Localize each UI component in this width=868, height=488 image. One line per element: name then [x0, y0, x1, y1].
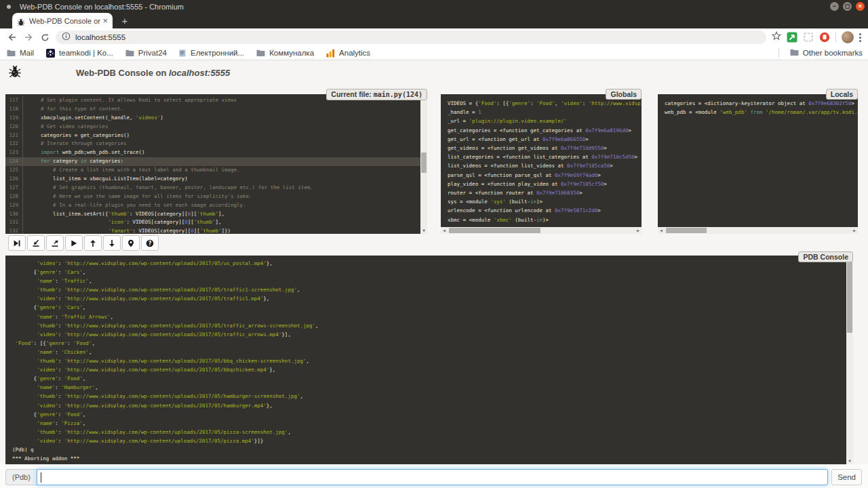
window-title: Web-PDB Console on localhost:5555 - Chro…	[20, 3, 184, 11]
arrow-up-icon	[89, 239, 97, 247]
toolbar-separator	[835, 33, 836, 42]
bookmark-item[interactable]: Analytics	[326, 49, 370, 58]
locals-scrollbar[interactable]: ◀ ▶	[658, 227, 858, 234]
browser-tab[interactable]: Web-PDB Console on loca ×	[12, 13, 113, 28]
bug-favicon-icon	[17, 17, 25, 25]
scroll-right-icon[interactable]: ▶	[851, 227, 858, 234]
output-line: 'video': 'http://www.vidsplay.com/wp-con…	[12, 259, 846, 268]
locals-panel: Locals categories = <dictionary-keyitera…	[658, 89, 858, 234]
play-icon	[70, 239, 78, 247]
code-line-119: 119 xbmcplugin.setContent(_handle, 'vide…	[5, 114, 427, 123]
line-number: 131	[5, 218, 23, 227]
where-button[interactable]	[122, 235, 140, 251]
bookmark-label: Mail	[20, 49, 34, 57]
profile-avatar[interactable]	[842, 31, 854, 43]
output-line: 'video': 'http://www.vidsplay.com/wp-con…	[12, 330, 846, 339]
line-number: 129	[5, 201, 23, 210]
output-line: 'thumb': 'http://www.vidsplay.com/wp-con…	[12, 357, 846, 365]
tab-close-icon[interactable]: ×	[102, 16, 108, 25]
bookmark-item[interactable]: Коммуналка	[256, 49, 314, 57]
globals-scrollbar-thumb[interactable]	[449, 228, 540, 233]
bookmarks-bar: Mailteamkodi | Ko...Privat24Електронний.…	[0, 46, 868, 60]
code-scrollbar-thumb[interactable]	[421, 152, 427, 173]
current-file-name: main.py(124)	[374, 91, 422, 98]
close-button[interactable]: ×	[856, 2, 865, 11]
folder-icon	[790, 49, 799, 58]
bookmark-label: Коммуналка	[269, 49, 314, 57]
output-line: web_pdb = <module 'web_pdb' from '/home/…	[665, 108, 851, 117]
minimize-button[interactable]: −	[830, 2, 839, 11]
code-line-128: 128 # Here we use the same image for all…	[5, 192, 427, 201]
bookmark-item[interactable]: Електронний...	[179, 49, 244, 58]
continue-button[interactable]	[65, 235, 83, 251]
forward-icon[interactable]	[22, 30, 35, 44]
marker-icon	[127, 239, 135, 247]
prompt-bar: (Pdb) Send	[5, 468, 862, 485]
scroll-down-icon[interactable]: ▼	[420, 227, 427, 234]
up-button[interactable]	[84, 235, 102, 251]
code-line-127: 127 # Set graphics (thumbnail, fanart, b…	[5, 184, 427, 192]
code-line-131: 131 'icon': VIDEOS[category][0]['thumb']…	[5, 218, 427, 227]
output-line: get_categories = <function get_categorie…	[448, 126, 635, 135]
code-line-125: 125 # Create a list item with a text lab…	[5, 166, 427, 175]
console-scrollbar[interactable]: ▼	[846, 256, 853, 464]
bookmarks-separator	[778, 48, 779, 58]
new-tab-button[interactable]: +	[119, 16, 130, 26]
locals-scrollbar-thumb[interactable]	[666, 228, 707, 233]
line-number: 117	[5, 96, 23, 105]
bookmark-item[interactable]: Mail	[7, 49, 34, 57]
return-button[interactable]	[46, 235, 64, 251]
send-button[interactable]: Send	[831, 469, 862, 485]
globals-tag: Globals	[606, 89, 642, 100]
pdb-prompt-label: (Pdb)	[5, 469, 37, 485]
globals-scrollbar[interactable]: ◀ ▶	[441, 227, 642, 234]
output-line: 'thumb': 'http://www.vidsplay.com/wp-con…	[12, 321, 846, 330]
bookmark-label: teamkodi | Ko...	[59, 49, 113, 57]
code-scrollbar[interactable]: ▼	[420, 94, 427, 234]
reload-icon[interactable]	[38, 30, 52, 44]
tab-strip: Web-PDB Console on loca × +	[0, 13, 868, 28]
console-scrollbar-thumb[interactable]	[847, 258, 852, 333]
back-icon[interactable]	[5, 30, 19, 44]
next-button[interactable]	[8, 235, 26, 251]
extension-red-icon[interactable]	[819, 32, 830, 43]
pdb-console-output: 'video': 'http://www.vidsplay.com/wp-con…	[5, 256, 853, 464]
line-number: 122	[5, 140, 23, 148]
code-line-121: 121 categories = get_categories()	[5, 131, 427, 140]
code-line-122: 122 # Iterate through categories	[5, 140, 427, 148]
scroll-right-icon[interactable]: ▶	[635, 227, 642, 234]
output-line: 'thumb': 'http://www.vidsplay.com/wp-con…	[12, 428, 846, 436]
bookmark-item[interactable]: teamkodi | Ko...	[46, 49, 113, 58]
other-bookmarks-label[interactable]: Other bookmarks	[803, 49, 863, 57]
output-line: 'Food': [{'genre': 'Food',	[12, 339, 846, 348]
output-line: _url = 'plugin://plugin.video.example/'	[448, 117, 635, 125]
scroll-left-icon[interactable]: ◀	[658, 227, 665, 234]
help-button[interactable]: ?	[141, 235, 159, 251]
pdb-command-input[interactable]	[37, 469, 828, 485]
maximize-button[interactable]: ◻	[843, 2, 852, 11]
bookmark-label: Analytics	[339, 49, 370, 57]
output-line: {'genre': 'Food',	[12, 410, 846, 419]
url-bar[interactable]: localhost:5555	[56, 30, 766, 44]
output-line: 'thumb': 'http://www.vidsplay.com/wp-con…	[12, 392, 846, 401]
output-line: *** Aborting addon ***	[12, 454, 846, 463]
step-button[interactable]	[27, 235, 45, 251]
line-number: 126	[5, 175, 23, 184]
output-line: get_videos = <function get_videos at 0x7…	[448, 144, 635, 152]
down-button[interactable]	[103, 235, 121, 251]
url-text[interactable]: localhost:5555	[75, 33, 125, 41]
extension-capture-icon[interactable]	[803, 32, 814, 43]
info-icon[interactable]	[62, 31, 71, 43]
bookmark-star-icon[interactable]	[772, 31, 781, 43]
scroll-down-icon[interactable]: ▼	[846, 458, 853, 464]
output-line: 'video': 'http://www.vidsplay.com/wp-con…	[12, 401, 846, 410]
line-number: 119	[5, 114, 23, 123]
output-line: categories = <dictionary-keyiterator obj…	[665, 99, 851, 108]
browser-menu-icon[interactable]	[859, 33, 861, 42]
output-line: play_video = <function play_video at 0x7…	[448, 180, 635, 188]
scroll-left-icon[interactable]: ◀	[441, 227, 448, 234]
globals-panel: Globals VIDEOS = {'Food': [{'genre': 'Fo…	[441, 89, 642, 234]
step-into-icon	[32, 239, 40, 247]
extension-green-icon[interactable]	[787, 32, 797, 43]
bookmark-item[interactable]: Privat24	[125, 49, 167, 57]
